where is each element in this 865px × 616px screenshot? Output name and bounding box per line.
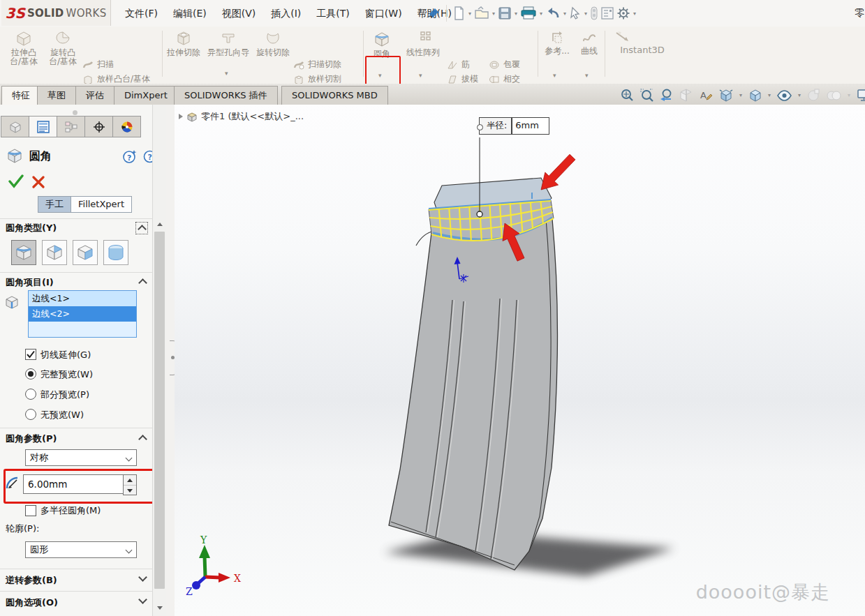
edit-appearance-icon[interactable]: [806, 88, 821, 103]
edge-selection-listbox[interactable]: 边线<1> 边线<2>: [28, 290, 137, 338]
multi-radius-checkbox[interactable]: [25, 505, 36, 516]
open-icon[interactable]: [474, 6, 489, 20]
menu-file[interactable]: 文件(F): [117, 0, 165, 27]
ok-button[interactable]: [8, 174, 24, 188]
dropdown-arrow[interactable]: ▾: [553, 72, 556, 79]
sweep-cut-button[interactable]: 扫描切除: [293, 57, 341, 72]
dropdown-arrow[interactable]: ▾: [563, 10, 566, 17]
variable-size-fillet-button[interactable]: [42, 240, 67, 265]
menu-view[interactable]: 视图(V): [214, 0, 264, 27]
extrude-boss-button[interactable]: 拉伸凸台/基体: [6, 28, 42, 82]
partial-preview-radio[interactable]: [25, 389, 36, 400]
cancel-button[interactable]: [32, 176, 45, 188]
section-view-icon[interactable]: [679, 88, 693, 103]
options-gear-icon[interactable]: [616, 6, 630, 20]
symmetry-dropdown[interactable]: 对称: [25, 449, 137, 466]
dimxpert-manager-tab[interactable]: [84, 116, 113, 137]
manual-mode-tab[interactable]: 手工: [38, 196, 71, 213]
revolve-boss-button[interactable]: 旋转凸台/基体: [45, 28, 81, 82]
dropdown-arrow[interactable]: ▾: [798, 92, 801, 98]
expand-tree-arrow[interactable]: [179, 114, 183, 119]
property-manager-tab[interactable]: [29, 116, 57, 137]
panel-scrollbar[interactable]: [152, 105, 167, 616]
hole-wizard-button[interactable]: 异型孔向导: [202, 28, 254, 82]
filletxpert-mode-tab[interactable]: FilletXpert: [71, 196, 132, 213]
print-icon[interactable]: [520, 6, 537, 20]
graphics-viewport[interactable]: 零件1 (默认<<默认>_... 半径: 6mm Y X Z dooooit@暴…: [175, 105, 865, 616]
spinner-up-button[interactable]: [124, 475, 136, 486]
fillet-button[interactable]: 圆角: [366, 28, 398, 82]
tab-dimxpert[interactable]: DimXpert: [114, 86, 178, 105]
scrollbar-thumb[interactable]: [154, 232, 165, 589]
apply-scene-icon[interactable]: [826, 88, 842, 103]
tab-sketch[interactable]: 草图: [37, 86, 76, 105]
scroll-up-button[interactable]: [153, 219, 166, 230]
undo-icon[interactable]: [545, 6, 561, 20]
radius-spinner[interactable]: [123, 474, 137, 495]
tab-sw-addins[interactable]: SOLIDWORKS 插件: [174, 86, 278, 105]
full-round-fillet-button[interactable]: [103, 240, 128, 265]
spinner-down-button[interactable]: [124, 486, 136, 495]
task-pane-icon[interactable]: [600, 6, 614, 20]
dropdown-arrow[interactable]: ▾: [633, 10, 636, 17]
part-name[interactable]: 零件1 (默认<<默认>_...: [201, 110, 304, 123]
display-manager-tab[interactable]: [112, 116, 141, 137]
collapse-items-button[interactable]: [137, 276, 148, 287]
sweep-button[interactable]: 扫描: [82, 57, 150, 72]
edge-item-2[interactable]: 边线<2>: [29, 306, 136, 322]
reference-geometry-button[interactable]: 参考...: [540, 28, 574, 82]
dropdown-arrow[interactable]: ▾: [515, 10, 517, 17]
radius-input[interactable]: [23, 474, 124, 494]
whats-new-help-icon[interactable]: ?: [123, 149, 138, 164]
expand-setback-button[interactable]: [137, 573, 148, 584]
new-document-icon[interactable]: [452, 6, 466, 21]
dropdown-arrow[interactable]: ▾: [468, 10, 471, 17]
feature-tree-flyout[interactable]: 零件1 (默认<<默认>_...: [179, 110, 304, 123]
zoom-fit-icon[interactable]: [620, 88, 635, 103]
display-style-icon[interactable]: [748, 88, 762, 103]
revolve-cut-button[interactable]: 旋转切除: [256, 28, 290, 82]
view-orientation-icon[interactable]: [718, 88, 734, 103]
hide-show-items-icon[interactable]: [776, 88, 792, 103]
linear-pattern-button[interactable]: 线性阵列: [401, 28, 445, 82]
rib-button[interactable]: 筋: [447, 57, 478, 72]
profile-dropdown[interactable]: 圆形: [25, 541, 137, 558]
tangent-propagation-checkbox[interactable]: [25, 349, 36, 360]
dropdown-arrow[interactable]: ▾: [739, 92, 742, 98]
dropdown-arrow[interactable]: ▾: [768, 92, 771, 98]
menu-window[interactable]: 窗口(W): [357, 0, 410, 27]
model-front-face[interactable]: [389, 219, 557, 570]
dropdown-arrow[interactable]: ▾: [378, 72, 382, 79]
face-fillet-button[interactable]: [73, 240, 98, 265]
model-canvas[interactable]: [175, 105, 865, 616]
zoom-area-icon[interactable]: [639, 88, 654, 103]
constant-size-fillet-button[interactable]: [11, 240, 36, 265]
curves-button[interactable]: 曲线: [575, 28, 603, 82]
instant3d-button[interactable]: Instant3D: [609, 28, 676, 82]
panel-resize-handle[interactable]: [73, 110, 77, 115]
dropdown-arrow[interactable]: ▾: [584, 10, 587, 17]
collapse-parameters-button[interactable]: [137, 433, 148, 444]
configuration-manager-tab[interactable]: [57, 116, 85, 137]
view-settings-icon[interactable]: [856, 88, 865, 103]
dropdown-arrow[interactable]: ▾: [585, 72, 589, 79]
extrude-cut-button[interactable]: 拉伸切除: [166, 28, 201, 82]
annotation-views-icon[interactable]: A: [698, 88, 713, 103]
tab-evaluate[interactable]: 评估: [75, 86, 114, 105]
appearance-icon[interactable]: [590, 6, 598, 20]
callout-value-cell[interactable]: 6mm: [512, 117, 549, 135]
scroll-down-button[interactable]: [153, 603, 166, 613]
dropdown-arrow[interactable]: ▾: [540, 10, 542, 17]
edge-item-1[interactable]: 边线<1>: [29, 291, 136, 306]
menu-insert[interactable]: 插入(I): [263, 0, 309, 27]
wrap-button[interactable]: 包覆: [489, 57, 520, 72]
radius-callout[interactable]: 半径: 6mm: [479, 117, 549, 135]
dropdown-arrow[interactable]: ▾: [419, 72, 422, 79]
no-preview-radio[interactable]: [25, 409, 36, 420]
save-icon[interactable]: [498, 6, 512, 20]
full-preview-radio[interactable]: [25, 368, 36, 380]
menu-tools[interactable]: 工具(T): [309, 0, 357, 27]
dropdown-arrow[interactable]: ▾: [225, 70, 228, 77]
dropdown-arrow[interactable]: ▾: [492, 10, 495, 17]
select-icon[interactable]: [569, 6, 582, 20]
